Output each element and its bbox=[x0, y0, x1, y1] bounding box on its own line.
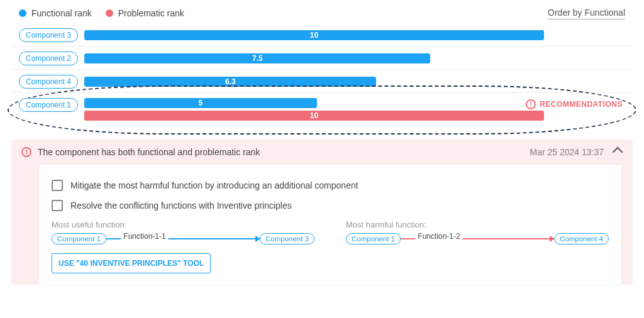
checkbox[interactable] bbox=[52, 180, 63, 191]
legend-label: Problematic rank bbox=[118, 8, 184, 18]
recommendation-panel: The component has both functional and pr… bbox=[11, 140, 633, 285]
flow-from-chip[interactable]: Component 1 bbox=[52, 233, 106, 244]
chart-row: Component 2 7.5 bbox=[11, 47, 633, 70]
dot-icon bbox=[19, 9, 26, 17]
legend-item-problematic: Problematic rank bbox=[106, 8, 184, 18]
flow-from-chip[interactable]: Component 1 bbox=[346, 233, 401, 244]
component-chip[interactable]: Component 4 bbox=[19, 75, 78, 89]
problematic-bar: 10 bbox=[84, 111, 544, 121]
legend-item-functional: Functional rank bbox=[19, 8, 92, 18]
warning-icon bbox=[526, 99, 536, 109]
chevron-up-icon[interactable] bbox=[613, 147, 623, 158]
panel-title: The component has both functional and pr… bbox=[38, 147, 530, 157]
functional-bar: 10 bbox=[84, 30, 544, 40]
arrow-icon bbox=[477, 238, 554, 239]
dot-icon bbox=[106, 9, 113, 17]
panel-header[interactable]: The component has both functional and pr… bbox=[11, 140, 633, 165]
flow-segment: Function-1-2 bbox=[401, 238, 477, 239]
component-chip[interactable]: Component 1 bbox=[19, 98, 78, 112]
component-chip[interactable]: Component 3 bbox=[19, 28, 78, 42]
functional-bar: 7.5 bbox=[84, 53, 430, 63]
flow-function-label: Function-1-2 bbox=[415, 232, 462, 241]
recommendations-label: RECOMMENDATIONS bbox=[540, 100, 623, 109]
section-label: Most useful function: bbox=[52, 220, 314, 229]
legend: Functional rank Problematic rank bbox=[19, 8, 184, 18]
chart-rows: Component 3 10 Component 2 7.5 Component… bbox=[11, 23, 633, 124]
recommendations-link[interactable]: RECOMMENDATIONS bbox=[526, 99, 623, 109]
order-by-dropdown[interactable]: Order by Functional bbox=[548, 6, 625, 19]
bar-area: 10 bbox=[84, 30, 625, 40]
bar-area: 6.3 bbox=[84, 77, 625, 87]
function-flow-useful: Component 1 Function-1-1 Component 3 bbox=[52, 233, 314, 244]
useful-function-col: Most useful function: Component 1 Functi… bbox=[52, 220, 314, 273]
flow-function-label: Function-1-1 bbox=[121, 232, 168, 241]
functional-bar: 6.3 bbox=[84, 77, 376, 87]
warning-icon bbox=[21, 147, 31, 157]
panel-body: Mitigate the most harmful function by in… bbox=[39, 165, 621, 285]
functional-bar: 5 bbox=[84, 98, 317, 108]
harmful-function-col: Most harmful function: Component 1 Funct… bbox=[346, 220, 609, 273]
chart-header: Functional rank Problematic rank Order b… bbox=[11, 6, 633, 23]
component-chip[interactable]: Component 2 bbox=[19, 52, 78, 65]
bar-area: 7.5 bbox=[84, 53, 625, 63]
checkbox[interactable] bbox=[52, 200, 63, 211]
bar-area: 5 10 RECOMMENDATIONS bbox=[84, 98, 625, 121]
flow-segment: Function-1-1 bbox=[106, 238, 183, 239]
todo-item: Resolve the conflicting functions with I… bbox=[52, 200, 609, 211]
legend-label: Functional rank bbox=[31, 8, 92, 18]
panel-timestamp: Mar 25 2024 13:37 bbox=[530, 147, 604, 157]
section-label: Most harmful function: bbox=[346, 220, 609, 229]
ranking-chart: Functional rank Problematic rank Order b… bbox=[11, 3, 633, 124]
function-grid: Most useful function: Component 1 Functi… bbox=[52, 220, 609, 273]
todo-label: Mitigate the most harmful function by in… bbox=[70, 180, 358, 190]
chart-row: Component 3 10 bbox=[11, 23, 633, 47]
chart-row: Component 4 6.3 bbox=[11, 70, 633, 93]
arrow-icon bbox=[183, 238, 260, 239]
todo-label: Resolve the conflicting functions with I… bbox=[70, 200, 292, 211]
flow-to-chip[interactable]: Component 4 bbox=[554, 233, 609, 244]
chart-row-highlighted: Component 1 5 10 RECOMMENDATIONS bbox=[11, 93, 633, 124]
todo-item: Mitigate the most harmful function by in… bbox=[52, 180, 609, 191]
inventive-principles-button[interactable]: USE "40 INVENTIVE PRINCIPLES" TOOL bbox=[52, 253, 211, 273]
flow-to-chip[interactable]: Component 3 bbox=[260, 233, 314, 244]
function-flow-harmful: Component 1 Function-1-2 Component 4 bbox=[346, 233, 609, 244]
